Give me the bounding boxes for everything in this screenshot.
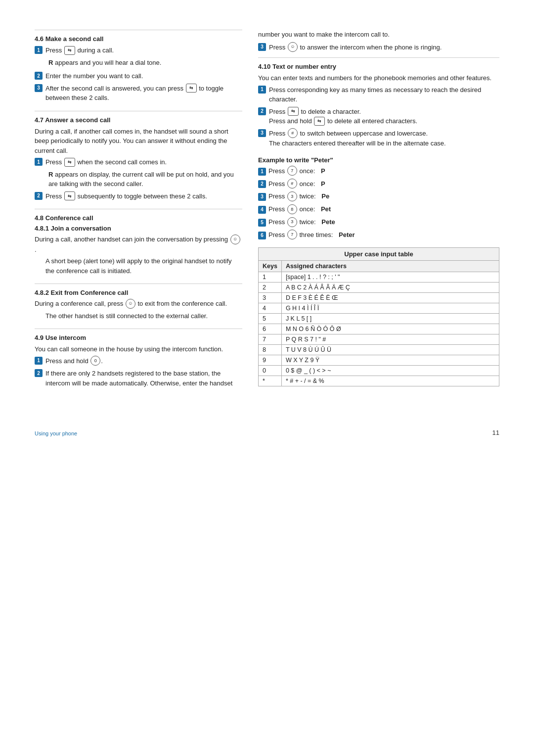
section-49: 4.9 Use intercom You can call someone in… — [35, 329, 242, 388]
example-row: 3 Press 3 twice: Pe — [258, 191, 499, 202]
upper-case-table: Upper case input table Keys Assigned cha… — [258, 247, 499, 386]
step-item: 3 After the second call is answered, you… — [35, 84, 242, 103]
step-number: 1 — [258, 168, 266, 176]
table-row: 5J K L 5 [ ] — [259, 313, 499, 324]
section-481-title: 4.8.1 Join a conversation — [35, 225, 242, 232]
chars-cell: D E F 3 È É Ê Ë Œ — [281, 292, 499, 303]
example-rows: 1 Press 7 once: P 2 Press # once: P 3 Pr… — [258, 166, 499, 240]
step-content: After the second call is answered, you c… — [45, 84, 242, 103]
smiley-icon: ☺ — [230, 235, 240, 244]
key-7-icon: 7 — [287, 166, 297, 176]
step-content: Press ⇆ when the second call comes in. — [45, 157, 242, 167]
left-column: 4.6 Make a second call 1 Press ⇆ during … — [35, 30, 242, 396]
key-cell: 6 — [259, 324, 282, 334]
table-body: 1[space] 1 . . ! ? : ; ' " 2A B C 2 À Á … — [259, 272, 499, 386]
zero-icon: 0 — [90, 356, 100, 366]
table-header-keys: Keys — [259, 260, 282, 272]
step-number: 1 — [258, 86, 266, 94]
step-content: Press ⇆ to delete a character. Press and… — [269, 107, 499, 126]
section-46: 4.6 Make a second call 1 Press ⇆ during … — [35, 30, 242, 103]
section-48-title: 4.8 Conference call — [35, 214, 242, 222]
smiley-icon: ☺ — [126, 299, 135, 309]
flash-icon: ⇆ — [64, 191, 75, 200]
step-number: 4 — [258, 206, 266, 214]
chars-cell: P Q R S 7 ! " # — [281, 334, 499, 344]
step-number: 6 — [258, 232, 266, 239]
step-number: 3 — [258, 193, 266, 201]
step-item: 2 Press ⇆ to delete a character. Press a… — [258, 107, 499, 126]
flash-icon: ⇆ — [64, 158, 75, 167]
section-481-indent: A short beep (alert tone) will apply to … — [35, 256, 242, 276]
key-3-icon: 3 — [287, 217, 297, 227]
section-47-steps: 1 Press ⇆ when the second call comes in.… — [35, 157, 242, 201]
table-row: ** # + - / = & % — [259, 376, 499, 386]
chars-cell: [space] 1 . . ! ? : ; ' " — [281, 272, 499, 282]
step-number: 1 — [35, 357, 43, 365]
chars-cell: * # + - / = & % — [281, 376, 499, 386]
chars-cell: A B C 2 À Á Â Ã Ä Æ Ç — [281, 282, 499, 292]
key-8-icon: 8 — [287, 204, 297, 214]
section-49-intro: You can call someone in the house by usi… — [35, 344, 242, 354]
step-number: 3 — [258, 43, 266, 51]
step-number: 1 — [35, 46, 43, 54]
flash-icon: ⇆ — [288, 107, 299, 116]
step-indent: R appears and you will hear a dial tone. — [48, 58, 242, 68]
step-item: 1 Press ⇆ when the second call comes in. — [35, 157, 242, 167]
section-48: 4.8 Conference call 4.8.1 Join a convers… — [35, 209, 242, 276]
step-content: If there are only 2 handsets registered … — [45, 369, 242, 388]
flash-icon: ⇆ — [186, 84, 197, 93]
section-481-intro: During a call, another handset can join … — [35, 235, 242, 254]
step-number: 3 — [258, 129, 266, 137]
step-item: 3 Press ☺ to answer the intercom when th… — [258, 43, 499, 53]
step-content: Press corresponding key as many times as… — [269, 85, 499, 104]
key-cell: 1 — [259, 272, 282, 282]
example-row: 2 Press # once: P — [258, 179, 499, 189]
example-title: Example to write "Peter" — [258, 156, 499, 164]
section-482-text: During a conference call, press ☺ to exi… — [35, 299, 242, 309]
example-row: 4 Press 8 once: Pet — [258, 204, 499, 215]
section-410-steps: 1 Press corresponding key as many times … — [258, 85, 499, 148]
step-item: 2 Press ⇆ subsequently to toggle between… — [35, 191, 242, 201]
footer-text: Using your phone — [35, 430, 77, 436]
step-content: Press 8 once: Pet — [268, 204, 499, 215]
right-column: number you want to make the intercom cal… — [258, 30, 499, 396]
step-content: Press 3 twice: Pe — [268, 191, 499, 202]
step-number: 2 — [35, 192, 43, 200]
chars-cell: G H I 4 Ì Í Î Ï — [281, 303, 499, 313]
step-number: 2 — [258, 180, 266, 188]
step-item: 1 Press and hold 0. — [35, 356, 242, 367]
step-content: Press ⇆ during a call. — [45, 46, 242, 55]
step-item: 3 Press # to switch between uppercase an… — [258, 129, 499, 148]
section-410-title: 4.10 Text or number entry — [258, 63, 499, 70]
step-number: 2 — [35, 72, 43, 80]
section-47-intro: During a call, if another call comes in,… — [35, 127, 242, 156]
table-row: 2A B C 2 À Á Â Ã Ä Æ Ç — [259, 282, 499, 292]
table-row: 3D E F 3 È É Ê Ë Œ — [259, 292, 499, 303]
step-item: 2 Enter the number you want to call. — [35, 71, 242, 81]
section-482-title: 4.8.2 Exit from Conference call — [35, 289, 242, 296]
key-cell: 0 — [259, 365, 282, 376]
hash-icon: # — [288, 128, 298, 138]
step-number: 3 — [35, 84, 43, 92]
table-row: 9W X Y Z 9 Ÿ — [259, 355, 499, 365]
example-row: 6 Press 7 three times: Peter — [258, 230, 499, 240]
step-content: Press ☺ to answer the intercom when the … — [269, 43, 499, 53]
hash-icon: # — [287, 179, 297, 189]
step-content: Press # once: P — [268, 179, 499, 189]
intercom-continued: number you want to make the intercom cal… — [258, 30, 499, 40]
chars-cell: 0 $ @ _ ( ) < > ~ — [281, 365, 499, 376]
section-46-title: 4.6 Make a second call — [35, 35, 242, 43]
step-item: 1 Press corresponding key as many times … — [258, 85, 499, 104]
table-row: 1[space] 1 . . ! ? : ; ' " — [259, 272, 499, 282]
key-cell: * — [259, 376, 282, 386]
key-cell: 9 — [259, 355, 282, 365]
page-layout: 4.6 Make a second call 1 Press ⇆ during … — [35, 30, 499, 396]
example-row: 5 Press 3 twice: Pete — [258, 217, 499, 228]
key-7-icon: 7 — [287, 230, 297, 239]
step-item: 1 Press ⇆ during a call. — [35, 46, 242, 55]
step-number: 1 — [35, 158, 43, 166]
section-49-title: 4.9 Use intercom — [35, 334, 242, 341]
section-410-intro: You can enter texts and numbers for the … — [258, 73, 499, 83]
step-content: Press ⇆ subsequently to toggle between t… — [45, 191, 242, 201]
table-header-chars: Assigned characters — [281, 260, 499, 272]
